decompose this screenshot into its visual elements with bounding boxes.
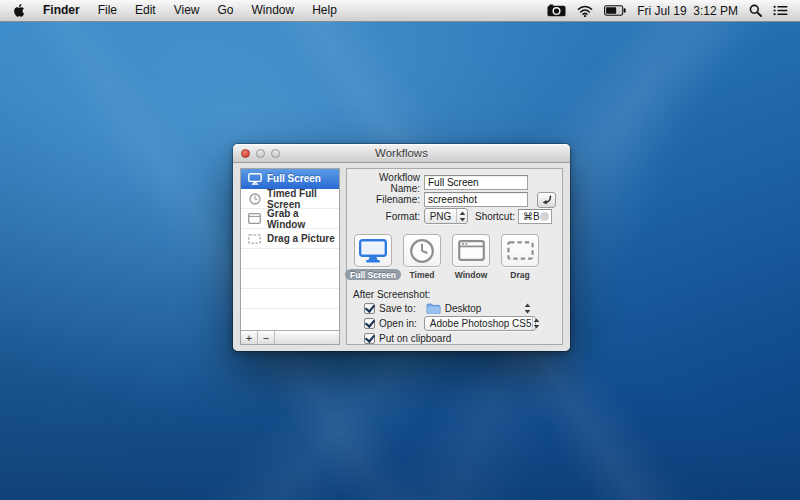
mode-timed: Timed (401, 234, 443, 280)
save-to-arrows-icon[interactable] (524, 303, 531, 314)
window-titlebar[interactable]: Workflows (233, 144, 570, 163)
close-button[interactable] (241, 149, 250, 158)
open-in-checkbox[interactable] (364, 318, 375, 329)
after-screenshot-heading: After Screenshot: (353, 289, 557, 300)
sidebar-item-grab-a-window[interactable]: Grab a Window (241, 209, 339, 229)
sidebar-item-full-screen[interactable]: Full Screen (241, 169, 339, 189)
sidebar-item-drag-a-picture[interactable]: Drag a Picture (241, 229, 339, 249)
filename-label: Filename: (352, 194, 424, 205)
add-workflow-button[interactable]: + (241, 331, 258, 344)
sidebar-item-label: Grab a Window (267, 208, 339, 230)
mode-drag: Drag (499, 234, 541, 280)
display-icon (247, 173, 262, 185)
format-popup[interactable]: PNG (424, 208, 468, 224)
menu-view[interactable]: View (165, 0, 209, 21)
shortcut-clear-button[interactable] (540, 212, 549, 221)
menu-finder[interactable]: Finder (34, 0, 89, 21)
workflow-name-row: Workflow Name: (352, 174, 557, 191)
wifi-status-item[interactable] (577, 5, 593, 17)
workflow-name-input[interactable] (424, 175, 528, 190)
capture-mode-buttons: Full Screen Timed (352, 234, 557, 280)
menu-window[interactable]: Window (243, 0, 304, 21)
drag-rect-icon (247, 234, 262, 244)
open-in-label: Open in: (379, 318, 417, 329)
mode-window: Window (450, 234, 492, 280)
zoom-button[interactable] (271, 149, 280, 158)
menu-bar: Finder File Edit View Go Window Help (0, 0, 800, 22)
save-to-label: Save to: (379, 303, 416, 314)
sidebar-footer: + − (241, 330, 339, 344)
sidebar-empty-row (241, 289, 339, 309)
curved-arrow-icon (541, 195, 552, 206)
camera-icon (547, 4, 566, 17)
sidebar-item-timed-full-screen[interactable]: Timed Full Screen (241, 189, 339, 209)
camera-status-item[interactable] (547, 4, 566, 17)
menu-edit[interactable]: Edit (126, 0, 165, 21)
battery-status-item[interactable] (604, 5, 626, 16)
sidebar-item-label: Timed Full Screen (267, 188, 339, 210)
sidebar-item-label: Full Screen (267, 173, 321, 184)
filename-row: Filename: (352, 192, 557, 207)
filename-input[interactable] (424, 192, 528, 207)
battery-icon (604, 5, 626, 16)
window-icon (247, 213, 262, 224)
shortcut-field[interactable]: ⌘B (518, 209, 552, 224)
spotlight-search-icon (749, 4, 762, 17)
menu-help[interactable]: Help (303, 0, 346, 21)
window-icon (458, 240, 485, 261)
display-icon (359, 239, 387, 263)
save-to-value: Desktop (445, 303, 482, 314)
shortcut-label: Shortcut: (472, 211, 518, 222)
sidebar-empty-row (241, 269, 339, 289)
mode-label: Full Screen (345, 269, 401, 280)
shortcut-value: ⌘B (523, 211, 540, 222)
apple-icon (12, 3, 25, 18)
remove-workflow-button[interactable]: − (258, 331, 275, 344)
minimize-button[interactable] (256, 149, 265, 158)
format-shortcut-row: Format: PNG Shortcut: ⌘B (352, 208, 557, 224)
workflow-detail-panel: Workflow Name: Filename: Format: PNG (346, 168, 563, 345)
open-in-popup[interactable]: Adobe Photoshop CS5 (424, 316, 536, 331)
sidebar-item-label: Drag a Picture (267, 233, 335, 244)
popup-arrows-icon (456, 209, 467, 223)
workflow-list: Full Screen Timed Full Screen (241, 169, 339, 330)
filename-token-button[interactable] (537, 192, 556, 208)
window-title: Workflows (375, 147, 428, 159)
sidebar-empty-row (241, 249, 339, 269)
mode-full-screen: Full Screen (352, 234, 394, 280)
clock-icon (247, 193, 262, 205)
menu-list-icon (773, 5, 788, 16)
clock-icon (409, 238, 435, 264)
open-in-row: Open in: Adobe Photoshop CS5 (364, 316, 557, 331)
spotlight-status-item[interactable] (749, 4, 762, 17)
save-to-checkbox[interactable] (364, 303, 375, 314)
clipboard-checkbox[interactable] (364, 333, 375, 344)
menu-extras-status-item[interactable] (773, 5, 788, 16)
menu-go[interactable]: Go (209, 0, 243, 21)
window-content: Full Screen Timed Full Screen (233, 163, 570, 351)
format-value: PNG (425, 211, 456, 222)
folder-icon (426, 303, 441, 314)
drag-rect-icon (507, 241, 534, 260)
mode-full-screen-button[interactable] (354, 234, 392, 267)
mode-label: Drag (505, 269, 534, 280)
clipboard-label: Put on clipboard (379, 333, 451, 344)
wifi-icon (577, 5, 593, 17)
save-to-row: Save to: Desktop (364, 303, 557, 314)
menu-file[interactable]: File (89, 0, 126, 21)
workflow-name-label: Workflow Name: (352, 172, 424, 194)
popup-arrows-icon (532, 317, 540, 330)
mode-label: Timed (405, 269, 440, 280)
apple-menu[interactable] (10, 3, 34, 18)
mode-drag-button[interactable] (501, 234, 539, 267)
workflows-window: Workflows Full Screen (233, 144, 570, 351)
clipboard-row: Put on clipboard (364, 333, 557, 344)
open-in-value: Adobe Photoshop CS5 (430, 318, 532, 329)
workflow-list-sidebar: Full Screen Timed Full Screen (240, 168, 340, 345)
save-to-popup[interactable]: Desktop (426, 303, 482, 314)
mode-window-button[interactable] (452, 234, 490, 267)
mode-label: Window (450, 269, 493, 280)
mode-timed-button[interactable] (403, 234, 441, 267)
menu-bar-clock[interactable]: Fri Jul 19 3:12 PM (637, 4, 738, 18)
format-label: Format: (352, 211, 424, 222)
